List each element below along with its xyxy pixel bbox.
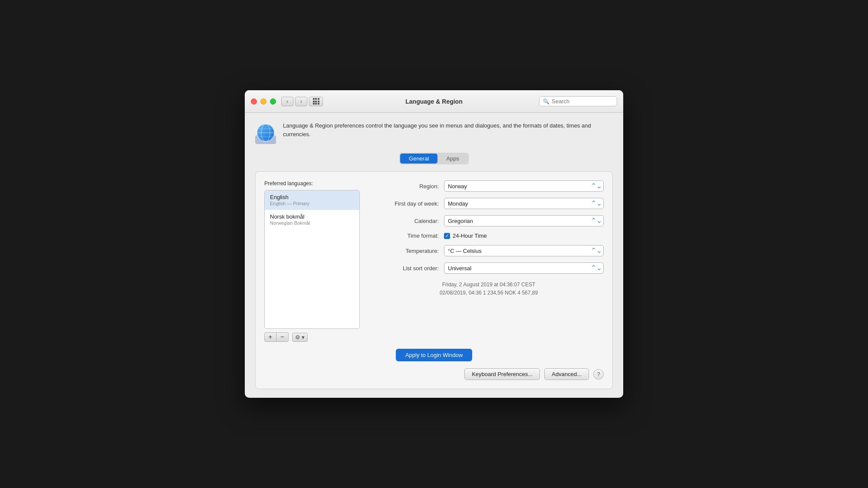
- content-area: Language & Region preferences control th…: [245, 113, 623, 398]
- languages-label: Preferred languages:: [264, 180, 360, 187]
- date-line-1: Friday, 2 August 2019 at 04:36:07 CEST: [374, 281, 604, 289]
- description-area: Language & Region preferences control th…: [255, 121, 613, 144]
- remove-language-button[interactable]: −: [276, 332, 289, 342]
- sort-select[interactable]: Universal: [444, 262, 604, 274]
- language-list: English English — Primary Norsk bokmål N…: [264, 190, 360, 329]
- checkbox-area: ✓ 24-Hour Time: [444, 233, 487, 239]
- traffic-lights: [251, 98, 276, 105]
- settings-section: Region: Norway ⌃⌄ First day of week:: [374, 180, 604, 342]
- search-box[interactable]: 🔍: [539, 96, 617, 106]
- calendar-select-wrapper: Gregorian ⌃⌄: [444, 215, 604, 226]
- minimize-button[interactable]: [260, 98, 266, 105]
- grid-icon: [313, 98, 319, 105]
- week-select[interactable]: Monday: [444, 198, 604, 209]
- calendar-row: Calendar: Gregorian ⌃⌄: [374, 215, 604, 226]
- tab-container: General Apps: [399, 153, 469, 164]
- week-label: First day of week:: [374, 200, 439, 207]
- week-select-wrapper: Monday ⌃⌄: [444, 198, 604, 209]
- help-button[interactable]: ?: [593, 369, 604, 380]
- time-format-row: Time format: ✓ 24-Hour Time: [374, 233, 604, 239]
- tab-apps[interactable]: Apps: [437, 154, 468, 164]
- time-format-label: Time format:: [374, 233, 439, 239]
- date-line-2: 02/08/2019, 04:36 1 234,56 NOK 4 567,89: [374, 289, 604, 297]
- sort-select-wrapper: Universal ⌃⌄: [444, 262, 604, 274]
- close-button[interactable]: [251, 98, 257, 105]
- time-format-text: 24-Hour Time: [453, 233, 487, 239]
- all-prefs-button[interactable]: [309, 97, 323, 106]
- globe-icon: [255, 123, 276, 144]
- temperature-select-wrapper: °C — Celsius ⌃⌄: [444, 245, 604, 256]
- chevron-down-icon: ▾: [302, 334, 305, 341]
- list-controls: + − ⚙ ▾: [264, 332, 360, 342]
- lang-name: Norsk bokmål: [270, 213, 354, 220]
- bottom-area: Apply to Login Window Keyboard Preferenc…: [264, 349, 604, 380]
- temperature-label: Temperature:: [374, 248, 439, 254]
- region-label: Region:: [374, 183, 439, 190]
- list-item[interactable]: English English — Primary: [265, 190, 359, 210]
- sort-order-row: List sort order: Universal ⌃⌄: [374, 262, 604, 274]
- tabs-area: General Apps: [255, 153, 613, 164]
- lang-sub: Norwegian Bokmål: [270, 220, 354, 226]
- gear-icon: ⚙: [295, 334, 300, 341]
- system-preferences-window: ‹ › Language & Region 🔍: [245, 90, 623, 398]
- temperature-select[interactable]: °C — Celsius: [444, 245, 604, 256]
- main-panel: Preferred languages: English English — P…: [255, 171, 613, 389]
- lang-sub: English — Primary: [270, 201, 354, 206]
- forward-button[interactable]: ›: [295, 97, 307, 106]
- temperature-row: Temperature: °C — Celsius ⌃⌄: [374, 245, 604, 256]
- gear-dropdown-button[interactable]: ⚙ ▾: [292, 333, 308, 342]
- time-format-checkbox[interactable]: ✓: [444, 233, 450, 239]
- date-info: Friday, 2 August 2019 at 04:36:07 CEST 0…: [374, 281, 604, 297]
- maximize-button[interactable]: [270, 98, 276, 105]
- tab-general[interactable]: General: [400, 154, 437, 164]
- languages-section: Preferred languages: English English — P…: [264, 180, 360, 342]
- description-text: Language & Region preferences control th…: [283, 121, 613, 138]
- lang-name: English: [270, 194, 354, 200]
- region-select-wrapper: Norway ⌃⌄: [444, 180, 604, 192]
- search-icon: 🔍: [543, 98, 549, 105]
- region-row: Region: Norway ⌃⌄: [374, 180, 604, 192]
- titlebar: ‹ › Language & Region 🔍: [245, 90, 623, 113]
- checkmark-icon: ✓: [445, 233, 449, 238]
- region-select[interactable]: Norway: [444, 180, 604, 192]
- apply-to-login-window-button[interactable]: Apply to Login Window: [396, 349, 472, 361]
- advanced-button[interactable]: Advanced...: [544, 368, 589, 380]
- footer-buttons: Keyboard Preferences... Advanced... ?: [264, 368, 604, 380]
- add-language-button[interactable]: +: [264, 332, 276, 342]
- sort-label: List sort order:: [374, 265, 439, 272]
- keyboard-preferences-button[interactable]: Keyboard Preferences...: [464, 368, 540, 380]
- back-button[interactable]: ‹: [281, 97, 293, 106]
- week-row: First day of week: Monday ⌃⌄: [374, 198, 604, 209]
- nav-buttons: ‹ ›: [281, 97, 307, 106]
- calendar-select[interactable]: Gregorian: [444, 215, 604, 226]
- panel-inner: Preferred languages: English English — P…: [264, 180, 604, 342]
- list-item[interactable]: Norsk bokmål Norwegian Bokmål: [265, 210, 359, 229]
- calendar-label: Calendar:: [374, 218, 439, 224]
- window-title: Language & Region: [405, 98, 462, 105]
- search-input[interactable]: [552, 98, 613, 105]
